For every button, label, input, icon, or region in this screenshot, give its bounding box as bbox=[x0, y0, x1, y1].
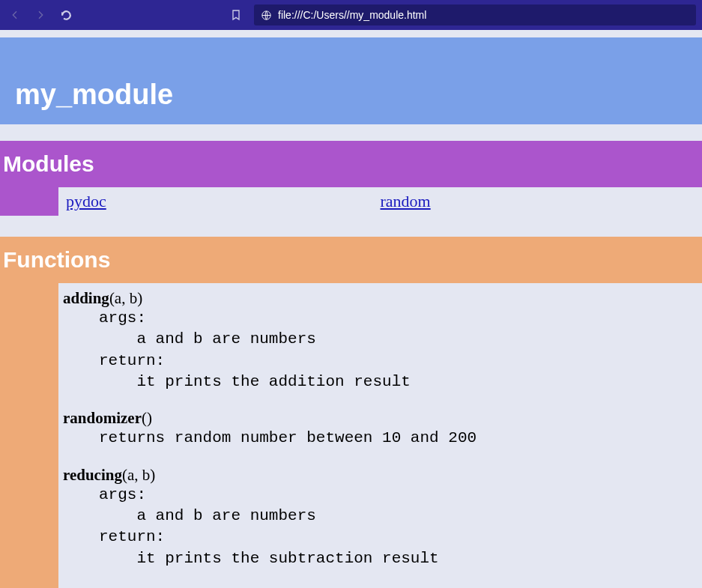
function-signature: adding(a, b) bbox=[63, 289, 695, 308]
modules-accent-strip bbox=[0, 187, 58, 216]
url-text: file:///C:/Users//my_module.html bbox=[278, 9, 426, 21]
address-bar[interactable]: file:///C:/Users//my_module.html bbox=[254, 4, 696, 25]
functions-header: Functions bbox=[0, 237, 702, 283]
function-signature: reducing(a, b) bbox=[63, 466, 695, 485]
page-title: my_module bbox=[0, 37, 702, 124]
function-entry: adding(a, b) args: a and b are numbers r… bbox=[63, 289, 695, 392]
modules-header: Modules bbox=[0, 141, 702, 187]
bookmark-icon[interactable] bbox=[227, 6, 245, 24]
function-args: (a, b) bbox=[122, 466, 155, 484]
function-args: () bbox=[142, 409, 152, 427]
function-name: adding bbox=[63, 289, 109, 307]
modules-list: pydoc random bbox=[58, 187, 702, 216]
function-name: randomizer bbox=[63, 409, 142, 427]
modules-section: pydoc random bbox=[0, 187, 702, 216]
module-link-random[interactable]: random bbox=[381, 192, 431, 210]
browser-chrome: file:///C:/Users//my_module.html bbox=[0, 0, 702, 30]
functions-accent-strip bbox=[0, 283, 58, 588]
function-name: reducing bbox=[63, 466, 122, 484]
forward-button[interactable] bbox=[31, 6, 49, 24]
back-button[interactable] bbox=[6, 6, 24, 24]
function-signature: randomizer() bbox=[63, 409, 695, 428]
function-doc: args: a and b are numbers return: it pri… bbox=[99, 308, 695, 392]
functions-list: adding(a, b) args: a and b are numbers r… bbox=[58, 283, 702, 588]
page-body: my_module Modules pydoc random Functions… bbox=[0, 30, 702, 588]
globe-icon bbox=[260, 9, 272, 21]
module-link-pydoc[interactable]: pydoc bbox=[66, 192, 106, 210]
functions-section: adding(a, b) args: a and b are numbers r… bbox=[0, 283, 702, 588]
reload-button[interactable] bbox=[57, 6, 75, 24]
module-name: my_module bbox=[15, 79, 173, 110]
function-args: (a, b) bbox=[109, 289, 142, 307]
function-entry: reducing(a, b) args: a and b are numbers… bbox=[63, 466, 695, 569]
function-entry: randomizer() returns random number betwe… bbox=[63, 409, 695, 449]
function-doc: returns random number between 10 and 200 bbox=[99, 428, 695, 449]
function-doc: args: a and b are numbers return: it pri… bbox=[99, 485, 695, 569]
